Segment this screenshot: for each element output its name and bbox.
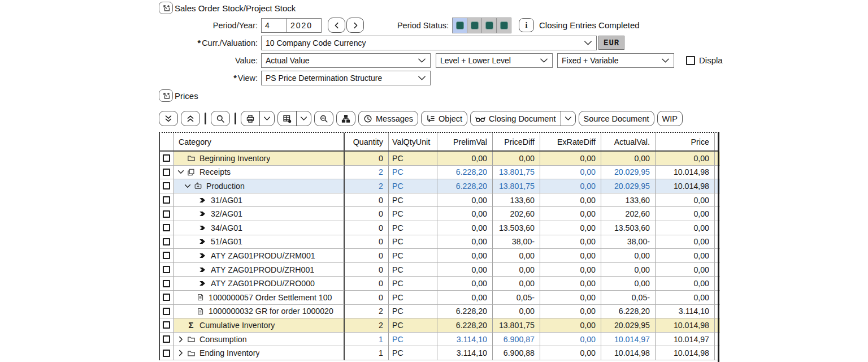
- cost-element-icon: [197, 266, 208, 274]
- folder-icon: [185, 349, 197, 357]
- table-row: 31/AG010PC0,00133,600,00133,600,00: [160, 193, 719, 208]
- column-header-exratediff[interactable]: ExRateDiff: [540, 133, 601, 150]
- collapse-section-button[interactable]: [159, 2, 173, 14]
- closing-document-button[interactable]: Closing Document: [471, 111, 560, 126]
- cost-element-icon: [197, 210, 208, 218]
- row-checkbox[interactable]: [163, 210, 170, 218]
- row-checkbox[interactable]: [163, 154, 170, 162]
- collapse-all-button[interactable]: [159, 111, 178, 126]
- category-label: Beginning Inventory: [199, 154, 270, 163]
- row-checkbox[interactable]: [163, 321, 170, 329]
- unit-cell: PC: [389, 291, 437, 305]
- actualval-cell: 0,00: [601, 277, 656, 291]
- period-status-cell[interactable]: [452, 18, 467, 33]
- table-row: ATY ZAG01PRODU/ZRH0010PC0,000,000,000,00…: [160, 263, 719, 277]
- quantity-cell: 0: [345, 152, 389, 166]
- row-checkbox[interactable]: [163, 169, 170, 176]
- previous-period-button[interactable]: [328, 18, 345, 33]
- pricediff-cell: 13.801,75: [493, 179, 540, 193]
- exratediff-cell: 0,00: [540, 333, 601, 347]
- unit-cell: PC: [389, 166, 437, 180]
- year-input[interactable]: [287, 18, 322, 33]
- price-cell: 0,00: [656, 193, 715, 208]
- level-select[interactable]: Level + Lower Level: [436, 53, 553, 68]
- row-checkbox[interactable]: [163, 335, 170, 343]
- wip-button[interactable]: WIP: [657, 111, 683, 126]
- row-checkbox[interactable]: [163, 308, 170, 315]
- row-select-cell: [160, 207, 174, 221]
- category-cell: 34/AG01: [174, 221, 345, 235]
- category-cell: 51/AG01: [174, 235, 345, 249]
- search-icon: [216, 114, 225, 123]
- row-select-cell: [160, 263, 174, 277]
- actualval-cell: 10.014,97: [601, 333, 656, 347]
- row-select-cell: [160, 152, 174, 166]
- row-checkbox[interactable]: [163, 238, 170, 245]
- messages-label: Messages: [376, 114, 413, 123]
- object-label: Object: [439, 114, 462, 123]
- source-document-button[interactable]: Source Document: [579, 111, 654, 126]
- row-checkbox[interactable]: [163, 350, 170, 357]
- row-checkbox[interactable]: [163, 266, 170, 273]
- price-cell: 0,00: [656, 221, 715, 235]
- column-header-category[interactable]: Category: [174, 133, 345, 150]
- column-header-price[interactable]: Price: [656, 133, 715, 150]
- print-button[interactable]: [241, 111, 259, 126]
- row-checkbox[interactable]: [163, 182, 170, 189]
- closing-document-options-button[interactable]: [561, 111, 575, 126]
- column-header-actualval[interactable]: ActualVal.: [601, 133, 656, 150]
- next-period-button[interactable]: [346, 18, 364, 33]
- zoom-button[interactable]: [314, 111, 333, 126]
- column-header-valqtyunit[interactable]: ValQtyUnit: [389, 133, 437, 150]
- prelimval-cell: 0,00: [437, 152, 493, 166]
- period-input[interactable]: [261, 18, 287, 33]
- row-checkbox[interactable]: [163, 294, 170, 301]
- value-select[interactable]: Actual Value: [261, 53, 431, 68]
- sigma-icon: Σ: [185, 320, 197, 330]
- chevron-down-icon[interactable]: [176, 168, 185, 176]
- actualval-cell: 133,60: [601, 193, 656, 208]
- fixed-variable-select[interactable]: Fixed + Variable: [557, 53, 674, 68]
- info-button[interactable]: i: [519, 18, 534, 32]
- row-select-cell: [160, 346, 174, 360]
- row-select-cell: [160, 221, 174, 235]
- expand-all-button[interactable]: [181, 111, 200, 126]
- category-cell: 1000000057 Order Settlement 100: [174, 291, 345, 305]
- export-button[interactable]: [278, 111, 296, 126]
- chevron-right-icon[interactable]: [176, 335, 185, 343]
- display-checkbox[interactable]: [686, 56, 695, 65]
- period-status-cell[interactable]: [496, 18, 511, 33]
- cost-element-icon: [197, 238, 208, 245]
- period-status-cell[interactable]: [467, 18, 482, 33]
- column-header-pricediff[interactable]: PriceDiff: [493, 133, 540, 150]
- find-button[interactable]: [211, 111, 230, 126]
- object-button[interactable]: Object: [421, 111, 467, 126]
- row-checkbox[interactable]: [163, 196, 170, 204]
- table-header-row: CategoryQuantityValQtyUnitPrelimValPrice…: [160, 133, 719, 152]
- column-header-prelimval[interactable]: PrelimVal: [437, 133, 493, 150]
- chevron-right-icon[interactable]: [176, 349, 185, 357]
- exratediff-cell: 0,00: [540, 318, 601, 333]
- messages-button[interactable]: Messages: [358, 111, 418, 126]
- row-checkbox[interactable]: [163, 280, 170, 287]
- actualval-cell: 0,00: [601, 152, 656, 166]
- quantity-cell: 0: [345, 221, 389, 235]
- category-label: Production: [206, 182, 245, 191]
- table-row: ATY ZAG01PRODU/ZRO0000PC0,000,000,000,00…: [160, 277, 719, 291]
- curr-valuation-select[interactable]: 10 Company Code Currency: [261, 36, 597, 50]
- export-options-button[interactable]: [296, 111, 311, 126]
- cost-element-icon: [197, 224, 208, 232]
- period-status-cell[interactable]: [481, 18, 497, 33]
- print-options-button[interactable]: [259, 111, 274, 126]
- hierarchy-button[interactable]: [336, 111, 355, 126]
- pricediff-cell: 0,00: [493, 305, 540, 319]
- column-header-quantity[interactable]: Quantity: [345, 133, 389, 150]
- view-select[interactable]: PS Price Determination Structure: [261, 71, 431, 85]
- exratediff-cell: 0,00: [540, 152, 601, 166]
- collapse-prices-button[interactable]: [159, 89, 173, 102]
- unit-cell: PC: [389, 305, 437, 319]
- row-checkbox[interactable]: [163, 252, 170, 259]
- row-checkbox[interactable]: [163, 224, 170, 231]
- price-cell: 10.014,98: [656, 179, 715, 193]
- chevron-down-icon[interactable]: [183, 182, 192, 190]
